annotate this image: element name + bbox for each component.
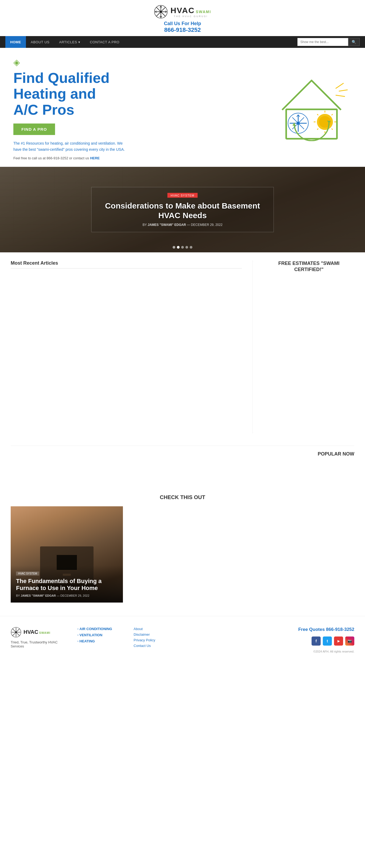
check-title: CHECK THIS OUT [11, 494, 354, 500]
popular-title: POPULAR NOW [11, 451, 354, 457]
check-card-meta: BY JAMES "SWAMI" EDGAR — DECEMBER 29, 20… [16, 594, 118, 597]
logo-swami: SWAMI [196, 10, 211, 14]
nav-bar: HOME ABOUT US ARTICLES ▾ CONTACT A PRO 🔍 [0, 36, 365, 48]
svg-point-43 [15, 631, 17, 633]
nav-item-about[interactable]: ABOUT US [26, 36, 54, 48]
youtube-icon[interactable]: ▶ [334, 637, 343, 646]
hero-title: Find Qualified Heating and A/C Pros [13, 70, 263, 118]
footer-link-heating[interactable]: › HEATING [77, 639, 123, 643]
check-card[interactable]: HVAC SYSTEM The Fundamentals of Buying a… [11, 506, 123, 602]
slider-dots [173, 246, 192, 249]
hero-left: ◈ Find Qualified Heating and A/C Pros FI… [13, 57, 263, 160]
footer-link-about[interactable]: About [134, 627, 174, 631]
hero-badge-icon: ◈ [13, 57, 263, 67]
logo-area: HVAC SWAMI THE HVAC GURUS! [0, 5, 365, 19]
search-input[interactable] [297, 38, 348, 46]
hero-right [271, 72, 352, 145]
footer-social-icons: f t ▶ 📷 [185, 637, 354, 646]
footer-link-ventilation[interactable]: › VENTILATION [77, 633, 123, 637]
nav-left: HOME ABOUT US ARTICLES ▾ CONTACT A PRO [5, 36, 124, 48]
articles-list [11, 273, 242, 433]
recent-articles-col: Most Recent Articles [11, 260, 253, 433]
check-badge: HVAC SYSTEM [16, 571, 39, 576]
chevron-icon-3: › [77, 640, 78, 643]
footer-right-col: Free Quotes 866-918-3252 f t ▶ 📷 ©2024 A… [185, 627, 354, 653]
footer-link-contact-us[interactable]: Contact Us [134, 644, 174, 648]
hero-contact-line: Feel free to call us at 866-918-3252 or … [13, 156, 263, 160]
check-card-overlay: HVAC SYSTEM The Fundamentals of Buying a… [11, 565, 123, 602]
footer-logo-inner: HVAC SWAMI [11, 627, 67, 638]
svg-line-34 [317, 129, 318, 130]
footer-link-disclaimer[interactable]: Disclaimer [134, 632, 174, 637]
facebook-icon[interactable]: f [311, 637, 321, 646]
logo-hvac: HVAC [170, 6, 195, 15]
footer-free-quotes[interactable]: Free Quotes 866-918-3252 [185, 627, 354, 632]
dot-2[interactable] [177, 246, 179, 249]
search-button[interactable]: 🔍 [348, 38, 360, 46]
chevron-icon-2: › [77, 633, 78, 637]
nav-item-contact-pro[interactable]: CONTACT A PRO [85, 36, 124, 48]
nav-item-articles[interactable]: ARTICLES ▾ [54, 36, 85, 48]
logo-icon [154, 5, 168, 19]
slider: HVAC SYSTEM Considerations to Make about… [0, 167, 365, 252]
popular-section: POPULAR NOW [0, 446, 365, 489]
top-header: HVAC SWAMI THE HVAC GURUS! Call Us For H… [0, 0, 365, 36]
slider-title: Considerations to Make about Basement HV… [102, 201, 263, 220]
svg-point-25 [297, 122, 300, 125]
footer-tagline: Tried, True, Trustworthy HVAC Services [11, 640, 67, 648]
call-us-label: Call Us For Help [0, 21, 365, 27]
check-section: CHECK THIS OUT HVAC SYSTEM The Fundament… [0, 489, 365, 616]
check-card-title: The Fundamentals of Buying a Furnace to … [16, 578, 118, 592]
svg-point-13 [160, 11, 162, 13]
svg-line-16 [339, 90, 347, 91]
call-us-section: Call Us For Help 866-918-3252 [0, 21, 365, 33]
slider-badge: HVAC SYSTEM [167, 193, 197, 197]
dot-3[interactable] [181, 246, 184, 249]
instagram-icon[interactable]: 📷 [345, 637, 354, 646]
slider-meta: BY JAMES "SWAMI" EDGAR — DECEMBER 29, 20… [102, 223, 263, 226]
svg-line-33 [332, 114, 333, 115]
estimates-title: FREE ESTIMATES "SWAMI CERTIFIED!" [263, 260, 354, 273]
recent-articles-title: Most Recent Articles [11, 260, 242, 269]
twitter-icon[interactable]: t [323, 637, 332, 646]
chevron-icon: › [77, 627, 78, 630]
hero-contact-link[interactable]: HERE [90, 156, 100, 160]
estimates-content [263, 277, 354, 438]
estimates-col: FREE ESTIMATES "SWAMI CERTIFIED!" [253, 260, 354, 438]
logo-tagline: THE HVAC GURUS! [170, 15, 211, 18]
hero-description: The #1 Resources for heating, air condit… [13, 141, 126, 152]
hero-section: ◈ Find Qualified Heating and A/C Pros FI… [0, 48, 365, 167]
house-illustration [271, 72, 352, 145]
dot-4[interactable] [186, 246, 188, 249]
svg-line-17 [336, 95, 345, 96]
footer-link-privacy-policy[interactable]: Privacy Policy [134, 638, 174, 642]
dot-1[interactable] [173, 246, 175, 249]
logo-text-group: HVAC SWAMI THE HVAC GURUS! [170, 6, 211, 18]
footer-logo-icon [11, 627, 21, 638]
footer-copyright: ©2024 AFH. All rights reserved. [185, 650, 354, 653]
svg-line-32 [317, 114, 318, 115]
two-col-section: Most Recent Articles FREE ESTIMATES "SWA… [0, 252, 365, 446]
call-us-number[interactable]: 866-918-3252 [0, 27, 365, 33]
find-pro-button[interactable]: FIND A PRO [13, 124, 55, 135]
svg-line-35 [332, 129, 333, 130]
footer-links-col2: About Disclaimer Privacy Policy Contact … [134, 627, 174, 649]
footer: HVAC SWAMI Tried, True, Trustworthy HVAC… [0, 616, 365, 664]
footer-link-air-conditioning[interactable]: › AIR CONDITIONING [77, 627, 123, 631]
footer-logo-col: HVAC SWAMI Tried, True, Trustworthy HVAC… [11, 627, 67, 648]
slider-content: HVAC SYSTEM Considerations to Make about… [91, 187, 274, 232]
svg-line-15 [336, 83, 344, 89]
nav-item-home[interactable]: HOME [5, 36, 26, 48]
popular-content [11, 462, 354, 484]
nav-search: 🔍 [297, 38, 360, 46]
dot-5[interactable] [190, 246, 192, 249]
footer-logo-text: HVAC SWAMI [24, 629, 50, 635]
footer-links-col1: › AIR CONDITIONING › VENTILATION › HEATI… [77, 627, 123, 645]
